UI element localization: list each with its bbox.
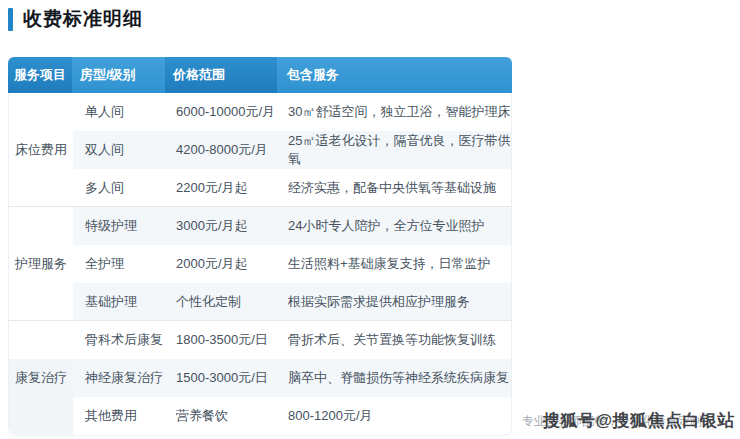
table-cell-price: 2200元/月起 (166, 169, 278, 207)
table-cell-price: 1500-3000元/日 (166, 359, 278, 397)
table-cell-service: 经济实惠，配备中央供氧等基础设施 (278, 169, 512, 207)
table-cell-price: 2000元/月起 (166, 245, 278, 283)
table-cell-room: 单人间 (73, 93, 166, 131)
table-cell-price: 4200-8000元/月 (166, 131, 278, 169)
table-cell-room: 神经康复治疗 (73, 359, 166, 397)
table-body: 床位费用 护理服务 康复治疗 单人间 6000-10000元/月 30㎡舒适空间… (8, 93, 512, 436)
title-accent-bar (8, 8, 13, 31)
table-cell-price: 个性化定制 (166, 283, 278, 321)
col-header-included: 包含服务 (277, 57, 512, 93)
table-cell-room: 双人间 (73, 131, 166, 169)
table-cell-price: 3000元/月起 (166, 207, 278, 245)
section-title: 收费标准明细 (8, 6, 143, 32)
watermark: 搜狐号@搜狐焦点白银站 (543, 409, 735, 432)
table-cell-service: 骨折术后、关节置换等功能恢复训练 (278, 321, 512, 359)
table-cell-service: 30㎡舒适空间，独立卫浴，智能护理床 (278, 93, 512, 131)
table-cell-room: 全护理 (73, 245, 166, 283)
table-cell-service: 24小时专人陪护，全方位专业照护 (278, 207, 512, 245)
col-header-room-type: 房型/级别 (72, 57, 165, 93)
table-cell-room: 特级护理 (73, 207, 166, 245)
table-cell-price: 6000-10000元/月 (166, 93, 278, 131)
fee-table: 服务项目 房型/级别 价格范围 包含服务 床位费用 护理服务 康复治疗 单人间 … (8, 57, 512, 436)
col-header-service-item: 服务项目 (8, 57, 72, 93)
col-header-price-range: 价格范围 (165, 57, 277, 93)
table-cell-price: 1800-3500元/日 (166, 321, 278, 359)
table-cell-service: 生活照料+基础康复支持，日常监护 (278, 245, 512, 283)
table-cell-service: 800-1200元/月 (278, 397, 512, 435)
page-title: 收费标准明细 (23, 6, 143, 32)
group-label-rehabilitation: 康复治疗 (9, 321, 73, 435)
table-cell-price: 营养餐饮 (166, 397, 278, 435)
table-cell-service: 脑卒中、脊髓损伤等神经系统疾病康复 (278, 359, 512, 397)
table-cell-service: 根据实际需求提供相应护理服务 (278, 283, 512, 321)
table-cell-room: 多人间 (73, 169, 166, 207)
table-header-row: 服务项目 房型/级别 价格范围 包含服务 (8, 57, 512, 93)
group-label-nursing: 护理服务 (9, 207, 73, 321)
table-cell-room: 骨科术后康复 (73, 321, 166, 359)
table-cell-room: 基础护理 (73, 283, 166, 321)
table-cell-room: 其他费用 (73, 397, 166, 435)
table-cell-service: 25㎡适老化设计，隔音优良，医疗带供氧 (278, 131, 512, 169)
group-label-bed-fees: 床位费用 (9, 93, 73, 207)
page: 收费标准明细 服务项目 房型/级别 价格范围 包含服务 床位费用 护理服务 康复… (0, 0, 740, 439)
